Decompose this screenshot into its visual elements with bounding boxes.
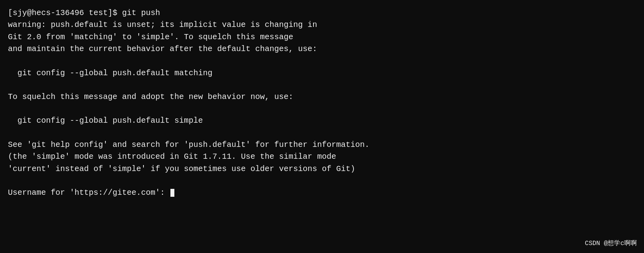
terminal-line: Git 2.0 from 'matching' to 'simple'. To … xyxy=(8,31,636,43)
terminal-line xyxy=(8,127,636,139)
terminal-output: [sjy@hecs-136496 test]$ git pushwarning:… xyxy=(8,7,636,199)
terminal-line xyxy=(8,103,636,115)
watermark: CSDN @想学c啊啊 xyxy=(585,239,637,248)
terminal-line: git config --global push.default simple xyxy=(8,115,636,127)
terminal-line: Username for 'https://gitee.com': xyxy=(8,187,636,199)
terminal-cursor xyxy=(170,189,174,197)
terminal-line: warning: push.default is unset; its impl… xyxy=(8,19,636,31)
terminal-window: [sjy@hecs-136496 test]$ git pushwarning:… xyxy=(0,0,644,253)
terminal-line xyxy=(8,55,636,67)
terminal-line: git config --global push.default matchin… xyxy=(8,67,636,79)
terminal-line xyxy=(8,79,636,91)
terminal-line: 'current' instead of 'simple' if you som… xyxy=(8,163,636,175)
terminal-line: See 'git help config' and search for 'pu… xyxy=(8,139,636,151)
terminal-line: (the 'simple' mode was introduced in Git… xyxy=(8,151,636,163)
terminal-line: and maintain the current behavior after … xyxy=(8,43,636,55)
terminal-line: [sjy@hecs-136496 test]$ git push xyxy=(8,7,636,19)
terminal-line: To squelch this message and adopt the ne… xyxy=(8,91,636,103)
terminal-line xyxy=(8,175,636,187)
